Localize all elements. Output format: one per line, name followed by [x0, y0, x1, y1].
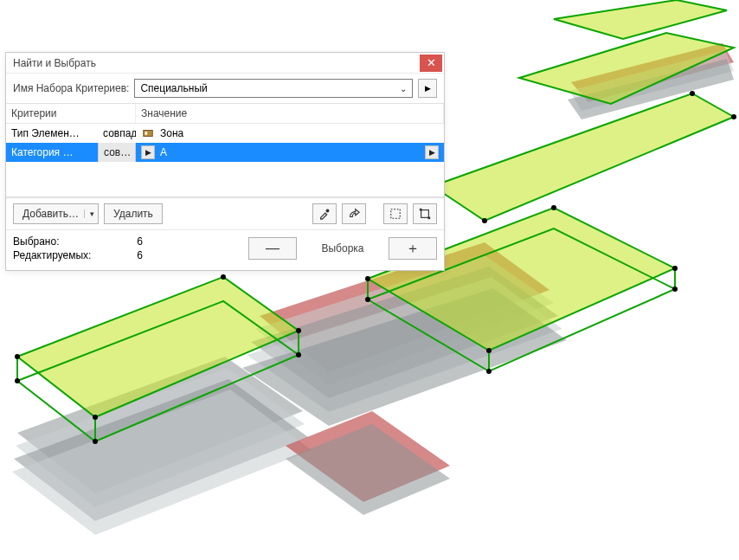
criteria-set-menu-button[interactable]: ▶	[418, 79, 437, 98]
selected-count: 6	[137, 235, 143, 248]
svg-point-19	[551, 205, 556, 210]
svg-point-43	[15, 354, 20, 359]
triangle-right-icon: ▶	[425, 84, 431, 93]
triangle-right-icon: ▶	[429, 148, 435, 157]
criteria-set-value: Специальный	[140, 82, 207, 94]
svg-rect-55	[420, 209, 422, 211]
svg-point-44	[221, 274, 226, 280]
svg-point-49	[93, 439, 98, 444]
value-picker-button[interactable]: ▶	[141, 145, 155, 159]
add-to-selection-button[interactable]: ＋	[389, 237, 437, 260]
criteria-row[interactable]: Тип Элемен… совпад… Зона	[6, 124, 444, 143]
operator-cell[interactable]: сов…	[98, 143, 136, 162]
value-cell[interactable]: Зона	[136, 124, 444, 143]
find-and-select-dialog: Найти и Выбрать ✕ Имя Набора Критериев: …	[5, 52, 445, 271]
value-cell[interactable]: ▶ А ▶	[136, 143, 444, 162]
delete-criteria-button[interactable]: Удалить	[104, 203, 163, 224]
add-criteria-button[interactable]: Добавить… ▾	[13, 203, 99, 224]
svg-point-24	[486, 369, 492, 374]
criteria-toolbar: Добавить… ▾ Удалить	[6, 197, 444, 229]
add-button-label: Добавить…	[22, 208, 79, 220]
grid-empty-area[interactable]	[6, 162, 444, 196]
svg-point-21	[486, 348, 492, 353]
svg-point-45	[296, 328, 301, 333]
criteria-set-row: Имя Набора Критериев: Специальный ⌄ ▶	[6, 74, 444, 103]
criteria-cell: Категория …	[6, 143, 98, 162]
criteria-set-label: Имя Набора Критериев:	[13, 82, 129, 94]
criteria-set-select[interactable]: Специальный ⌄	[134, 79, 413, 98]
svg-point-47	[15, 378, 20, 383]
selection-status-row: Выбрано: 6 Редактируемых: 6 — Выборка ＋	[6, 229, 444, 270]
marquee-select-button[interactable]	[383, 203, 408, 224]
triangle-right-icon: ▶	[145, 148, 151, 157]
svg-point-30	[482, 218, 487, 223]
delete-button-label: Удалить	[113, 208, 153, 220]
chevron-down-icon: ⌄	[400, 84, 407, 93]
svg-point-52	[326, 209, 330, 213]
svg-point-22	[365, 297, 370, 302]
element-box-icon	[419, 208, 431, 220]
dialog-titlebar[interactable]: Найти и Выбрать ✕	[6, 53, 444, 74]
svg-point-29	[731, 114, 736, 119]
eyedropper-icon	[318, 208, 331, 220]
selected-label: Выбрано:	[13, 235, 59, 248]
svg-rect-54	[421, 210, 429, 218]
element-select-button[interactable]	[413, 203, 437, 224]
svg-point-23	[672, 286, 678, 292]
dialog-title: Найти и Выбрать	[13, 57, 96, 69]
value-options-button[interactable]: ▶	[425, 145, 439, 159]
plus-icon: ＋	[406, 240, 420, 258]
remove-from-selection-button[interactable]: —	[248, 237, 297, 260]
copy-settings-button[interactable]	[342, 203, 366, 224]
triangle-down-icon: ▾	[84, 209, 94, 218]
svg-point-18	[365, 276, 370, 281]
criteria-grid: Критерии Значение Тип Элемен… совпад… Зо…	[6, 103, 444, 197]
svg-rect-50	[144, 131, 153, 137]
criteria-grid-header: Критерии Значение	[6, 104, 444, 124]
svg-rect-53	[391, 209, 401, 219]
value-text: А	[160, 146, 167, 158]
marquee-icon	[389, 208, 402, 220]
selection-label: Выборка	[304, 242, 382, 254]
criteria-row[interactable]: Категория … сов… ▶ А ▶	[6, 143, 444, 162]
close-button[interactable]: ✕	[420, 55, 442, 72]
minus-icon: —	[266, 241, 280, 256]
editable-count: 6	[137, 249, 143, 261]
svg-point-46	[93, 415, 98, 420]
value-text: Зона	[160, 127, 183, 139]
svg-point-48	[296, 352, 301, 357]
criteria-cell: Тип Элемен…	[6, 124, 98, 143]
copy-arrow-icon	[348, 208, 360, 220]
svg-rect-51	[145, 132, 148, 135]
operator-cell[interactable]: совпад…	[98, 124, 136, 143]
close-icon: ✕	[427, 56, 436, 69]
editable-label: Редактируемых:	[13, 249, 91, 261]
svg-rect-56	[428, 217, 431, 220]
zone-type-icon	[141, 126, 155, 140]
criteria-column-header[interactable]: Критерии	[6, 104, 136, 123]
svg-point-20	[672, 266, 678, 271]
eyedropper-button[interactable]	[312, 203, 337, 224]
value-column-header[interactable]: Значение	[136, 104, 444, 123]
svg-point-28	[690, 91, 695, 96]
